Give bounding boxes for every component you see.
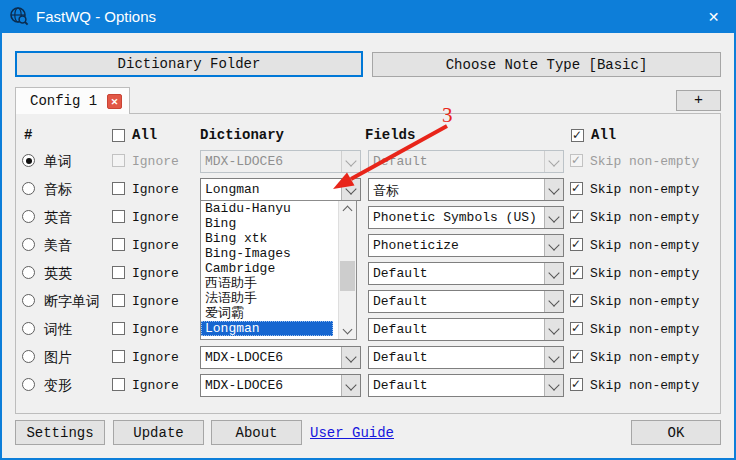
ignore-checkbox[interactable] <box>112 378 125 391</box>
skip-checkbox[interactable] <box>570 266 583 279</box>
skip-checkbox[interactable] <box>570 210 583 223</box>
skip-checkbox[interactable] <box>570 350 583 363</box>
skip-label: Skip non-empty <box>590 350 699 365</box>
fields-select[interactable]: 音标 <box>368 178 564 201</box>
tab-config-1[interactable]: Config 1 ✕ <box>15 87 130 114</box>
ignore-checkbox[interactable] <box>112 322 125 335</box>
window-close-button[interactable]: ✕ <box>691 0 736 33</box>
dropdown-list-item[interactable]: Bing <box>201 216 333 231</box>
ignore-checkbox[interactable] <box>112 238 125 251</box>
ignore-checkbox[interactable] <box>112 154 125 167</box>
dropdown-arrow-button[interactable] <box>341 347 360 368</box>
dropdown-arrow-button[interactable] <box>544 291 563 312</box>
dropdown-arrow-button[interactable] <box>341 179 360 200</box>
ignore-checkbox[interactable] <box>112 350 125 363</box>
dropdown-list-item[interactable]: Baidu-Hanyu <box>201 201 333 216</box>
chevron-down-icon <box>548 295 559 306</box>
dictionary-folder-button[interactable]: Dictionary Folder <box>15 51 363 77</box>
dictionary-select[interactable]: Longman <box>200 178 361 201</box>
row-label: 美音 <box>44 237 72 255</box>
row-radio[interactable] <box>22 210 35 223</box>
dropdown-arrow-button[interactable] <box>544 319 563 340</box>
dictionary-select[interactable]: MDX-LDOCE6 <box>200 346 361 369</box>
row-label: 断字单词 <box>44 293 100 311</box>
about-button[interactable]: About <box>211 420 302 445</box>
dropdown-scrollbar[interactable] <box>338 201 356 339</box>
dropdown-arrow-button[interactable] <box>341 151 360 172</box>
ok-button[interactable]: OK <box>631 420 721 445</box>
dropdown-list-item[interactable]: 西语助手 <box>201 276 333 291</box>
skip-checkbox[interactable] <box>570 238 583 251</box>
chevron-down-icon <box>548 183 559 194</box>
update-button[interactable]: Update <box>113 420 204 445</box>
row-radio[interactable] <box>22 322 35 335</box>
all-ignore-label: All <box>132 127 157 143</box>
all-ignore-checkbox[interactable] <box>112 129 125 142</box>
row-radio[interactable] <box>22 266 35 279</box>
ignore-checkbox[interactable] <box>112 266 125 279</box>
all-skip-label: All <box>591 127 616 143</box>
user-guide-link[interactable]: User Guide <box>310 425 394 441</box>
choose-note-type-button[interactable]: Choose Note Type [Basic] <box>372 52 721 77</box>
fields-select[interactable]: Default <box>368 374 564 397</box>
fields-select[interactable]: Phoneticize <box>368 234 564 257</box>
add-config-button[interactable]: + <box>676 90 721 111</box>
dropdown-arrow-button[interactable] <box>544 151 563 172</box>
all-skip-checkbox[interactable] <box>571 129 584 142</box>
dropdown-arrow-button[interactable] <box>544 235 563 256</box>
ignore-checkbox[interactable] <box>112 294 125 307</box>
scroll-up-icon[interactable] <box>343 206 353 216</box>
ignore-checkbox[interactable] <box>112 210 125 223</box>
dropdown-arrow-button[interactable] <box>544 347 563 368</box>
row-label: 变形 <box>44 377 72 395</box>
table-row: 美音 Ignore Phoneticize Skip non-empty <box>0 234 736 257</box>
fields-select[interactable]: Default <box>368 290 564 313</box>
dropdown-arrow-button[interactable] <box>544 263 563 284</box>
tab-close-icon[interactable]: ✕ <box>107 94 122 109</box>
settings-button[interactable]: Settings <box>15 420 105 445</box>
dictionary-select[interactable]: MDX-LDOCE6 <box>200 374 361 397</box>
row-radio[interactable] <box>22 378 35 391</box>
skip-label: Skip non-empty <box>590 294 699 309</box>
dropdown-list-item[interactable]: 法语助手 <box>201 291 333 306</box>
ignore-label: Ignore <box>132 154 179 169</box>
dictionary-select[interactable]: MDX-LDOCE6 <box>200 150 361 173</box>
dropdown-list-item[interactable]: Bing-Images <box>201 246 333 261</box>
fields-select[interactable]: Default <box>368 262 564 285</box>
fastwq-options-window: FastWQ - Options ✕ Dictionary Folder Cho… <box>0 0 736 460</box>
dropdown-arrow-button[interactable] <box>544 207 563 228</box>
fields-select-value: Default <box>373 350 543 365</box>
dropdown-list-item[interactable]: Cambridge <box>201 261 333 276</box>
skip-checkbox[interactable] <box>570 322 583 335</box>
scroll-down-icon[interactable] <box>343 325 353 335</box>
dropdown-arrow-button[interactable] <box>544 179 563 200</box>
dropdown-arrow-button[interactable] <box>544 375 563 396</box>
scrollbar-thumb[interactable] <box>340 261 355 291</box>
fields-select-value: 音标 <box>373 182 543 200</box>
row-radio[interactable] <box>22 294 35 307</box>
skip-checkbox[interactable] <box>570 378 583 391</box>
skip-checkbox[interactable] <box>570 154 583 167</box>
row-radio[interactable] <box>22 350 35 363</box>
ignore-label: Ignore <box>132 182 179 197</box>
fields-select[interactable]: Default <box>368 346 564 369</box>
dictionary-select-value: Longman <box>205 182 340 197</box>
row-radio[interactable] <box>22 238 35 251</box>
ignore-label: Ignore <box>132 294 179 309</box>
row-radio[interactable] <box>22 182 35 195</box>
fields-select[interactable]: Phonetic Symbols (US) <box>368 206 564 229</box>
title-bar[interactable]: FastWQ - Options ✕ <box>0 0 736 33</box>
row-radio[interactable] <box>22 154 35 167</box>
column-header-dictionary: Dictionary <box>200 127 284 143</box>
dropdown-list-item[interactable]: Bing xtk <box>201 231 333 246</box>
ignore-checkbox[interactable] <box>112 182 125 195</box>
dropdown-list-item[interactable]: Longman <box>201 321 333 336</box>
tab-label: Config 1 <box>30 93 97 109</box>
skip-checkbox[interactable] <box>570 294 583 307</box>
dictionary-dropdown-list: Baidu-HanyuBingBing xtkBing-ImagesCambri… <box>200 200 357 340</box>
dropdown-arrow-button[interactable] <box>341 375 360 396</box>
skip-checkbox[interactable] <box>570 182 583 195</box>
fields-select[interactable]: Default <box>368 318 564 341</box>
fields-select[interactable]: Default <box>368 150 564 173</box>
dropdown-list-item[interactable]: 爱词霸 <box>201 306 333 321</box>
